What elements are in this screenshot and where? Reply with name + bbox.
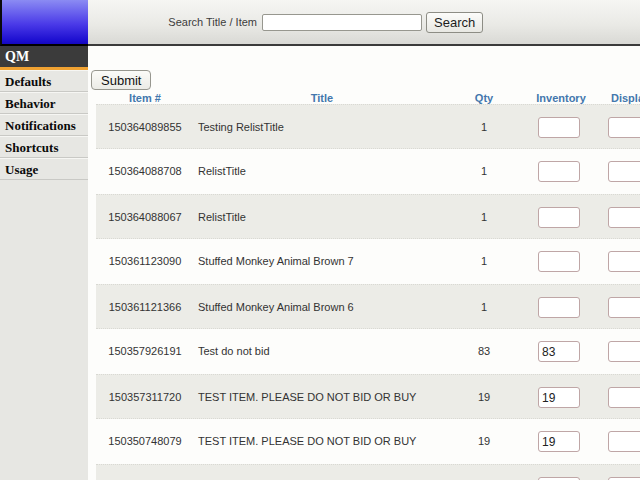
item-title: RelistTitle <box>198 195 460 240</box>
table-row <box>96 464 640 480</box>
item-qty: 19 <box>464 375 504 420</box>
inventory-input[interactable] <box>538 387 580 408</box>
search-input[interactable] <box>262 14 422 31</box>
item-number: 150357926191 <box>105 329 185 374</box>
item-qty: 1 <box>464 149 504 194</box>
table-row: 150357311720 TEST ITEM. PLEASE DO NOT BI… <box>96 374 640 419</box>
item-qty: 19 <box>464 419 504 464</box>
display-input[interactable] <box>608 387 640 408</box>
sidebar-item-shortcuts[interactable]: Shortcuts <box>0 136 88 158</box>
table-row: 150350748079 TEST ITEM. PLEASE DO NOT BI… <box>96 419 640 464</box>
inventory-input[interactable] <box>538 431 580 452</box>
item-title: TEST ITEM. PLEASE DO NOT BID OR BUY <box>198 375 460 420</box>
item-number <box>105 465 185 480</box>
display-input[interactable] <box>608 341 640 362</box>
sidebar: QM Defaults Behavior Notifications Short… <box>0 46 88 480</box>
item-title: Test do not bid <box>198 329 460 374</box>
item-number: 150350748079 <box>105 419 185 464</box>
item-number: 150364088708 <box>105 149 185 194</box>
column-header-display: Display <box>611 92 640 104</box>
table-row: 150361121366 Stuffed Monkey Animal Brown… <box>96 284 640 329</box>
column-header-title: Title <box>196 92 448 104</box>
table-row: 150361123090 Stuffed Monkey Animal Brown… <box>96 239 640 284</box>
sidebar-item-qm[interactable]: QM <box>0 46 88 70</box>
search-button[interactable]: Search <box>426 12 483 33</box>
table-row: 150357926191 Test do not bid 83 <box>96 329 640 374</box>
inventory-input[interactable] <box>538 117 580 138</box>
sidebar-item-usage[interactable]: Usage <box>0 158 88 180</box>
column-header-item: Item # <box>105 92 185 104</box>
item-qty: 1 <box>464 105 504 150</box>
item-number: 150364088067 <box>105 195 185 240</box>
item-number: 150361121366 <box>105 285 185 330</box>
item-number: 150361123090 <box>105 239 185 284</box>
item-title: Stuffed Monkey Animal Brown 6 <box>198 285 460 330</box>
item-number: 150364089855 <box>105 105 185 150</box>
search-label: Search Title / Item <box>168 16 257 28</box>
item-qty: 1 <box>464 239 504 284</box>
table-row: 150364088067 RelistTitle 1 <box>96 194 640 239</box>
logo <box>0 0 88 46</box>
inventory-input[interactable] <box>538 161 580 182</box>
table-header: Item # Title Qty Inventory Display <box>96 92 640 104</box>
item-qty <box>464 465 504 480</box>
display-input[interactable] <box>608 431 640 452</box>
item-title: TEST ITEM. PLEASE DO NOT BID OR BUY <box>198 419 460 464</box>
item-title: Stuffed Monkey Animal Brown 7 <box>198 239 460 284</box>
item-qty: 1 <box>464 195 504 240</box>
item-title: RelistTitle <box>198 149 460 194</box>
inventory-input[interactable] <box>538 341 580 362</box>
main-content: Submit Item # Title Qty Inventory Displa… <box>88 46 640 480</box>
item-title: Testing RelistTitle <box>198 105 460 150</box>
item-number: 150357311720 <box>105 375 185 420</box>
table-body: 150364089855 Testing RelistTitle 1 15036… <box>96 104 640 480</box>
inventory-input[interactable] <box>538 297 580 318</box>
display-input[interactable] <box>608 161 640 182</box>
display-input[interactable] <box>608 297 640 318</box>
display-input[interactable] <box>608 251 640 272</box>
sidebar-item-defaults[interactable]: Defaults <box>0 70 88 92</box>
item-qty: 83 <box>464 329 504 374</box>
inventory-input[interactable] <box>538 251 580 272</box>
column-header-inventory: Inventory <box>523 92 599 104</box>
display-input[interactable] <box>608 117 640 138</box>
column-header-qty: Qty <box>464 92 504 104</box>
submit-button[interactable]: Submit <box>91 70 151 90</box>
top-bar: Search Title / Item Search <box>0 0 640 46</box>
item-title <box>198 465 460 480</box>
inventory-input[interactable] <box>538 207 580 228</box>
table-row: 150364089855 Testing RelistTitle 1 <box>96 104 640 149</box>
sidebar-item-behavior[interactable]: Behavior <box>0 92 88 114</box>
sidebar-item-notifications[interactable]: Notifications <box>0 114 88 136</box>
item-qty: 1 <box>464 285 504 330</box>
table-row: 150364088708 RelistTitle 1 <box>96 149 640 194</box>
display-input[interactable] <box>608 207 640 228</box>
